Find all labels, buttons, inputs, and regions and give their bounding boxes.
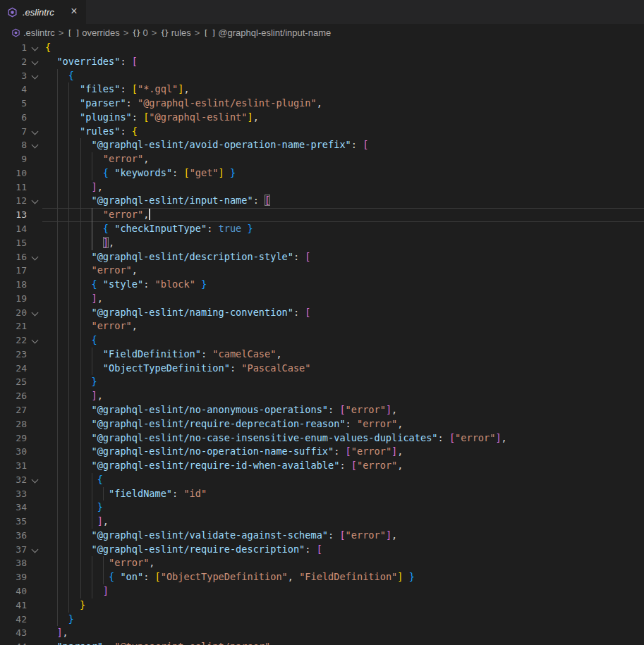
line-number[interactable]: 4 bbox=[0, 82, 27, 97]
code-line[interactable]: 43 ], bbox=[0, 626, 644, 640]
line-number[interactable]: 6 bbox=[0, 111, 27, 125]
code-line[interactable]: 42 } bbox=[0, 613, 644, 627]
code-line[interactable]: 31 "@graphql-eslint/require-id-when-avai… bbox=[0, 459, 644, 473]
line-number[interactable]: 22 bbox=[0, 333, 27, 348]
code-editor[interactable]: 1{2 "overrides": [3 {4 "files": ["*.gql"… bbox=[0, 41, 644, 645]
code-line[interactable]: 13 "error", bbox=[0, 208, 644, 222]
code-line[interactable]: 19 ], bbox=[0, 292, 644, 306]
line-number[interactable]: 35 bbox=[0, 515, 27, 529]
line-number[interactable]: 25 bbox=[0, 375, 27, 389]
breadcrumb-overrides[interactable]: [ ] overrides bbox=[67, 27, 119, 38]
line-number[interactable]: 18 bbox=[0, 278, 27, 292]
line-number[interactable]: 28 bbox=[0, 417, 27, 431]
chevron-down-icon[interactable] bbox=[32, 546, 39, 553]
chevron-down-icon[interactable] bbox=[32, 128, 39, 135]
code-line[interactable]: 16 "@graphql-eslint/description-style": … bbox=[0, 250, 644, 264]
code-line[interactable]: 33 "fieldName": "id" bbox=[0, 487, 644, 501]
line-number[interactable]: 42 bbox=[0, 613, 27, 627]
code-line[interactable]: 4 "files": ["*.gql"], bbox=[0, 82, 644, 97]
line-number[interactable]: 37 bbox=[0, 543, 27, 557]
code-line[interactable]: 6 "plugins": ["@graphql-eslint"], bbox=[0, 111, 644, 125]
line-number[interactable]: 15 bbox=[0, 236, 27, 250]
code-line[interactable]: 28 "@graphql-eslint/require-deprecation-… bbox=[0, 417, 644, 431]
line-number[interactable]: 5 bbox=[0, 97, 27, 111]
line-number[interactable]: 17 bbox=[0, 264, 27, 278]
code-line[interactable]: 34 } bbox=[0, 500, 644, 515]
line-number[interactable]: 20 bbox=[0, 306, 27, 320]
code-line[interactable]: 29 "@graphql-eslint/no-case-insensitive-… bbox=[0, 431, 644, 446]
code-line[interactable]: 10 { "keywords": ["get"] } bbox=[0, 166, 644, 180]
chevron-down-icon[interactable] bbox=[32, 197, 39, 204]
code-line[interactable]: 17 "error", bbox=[0, 264, 644, 278]
line-number[interactable]: 36 bbox=[0, 529, 27, 543]
line-number[interactable]: 7 bbox=[0, 125, 27, 139]
code-line[interactable]: 14 { "checkInputType": true } bbox=[0, 222, 644, 236]
code-line[interactable]: 24 "ObjectTypeDefinition": "PascalCase" bbox=[0, 362, 644, 376]
code-line[interactable]: 39 { "on": ["ObjectTypeDefinition", "Fie… bbox=[0, 570, 644, 584]
code-line[interactable]: 20 "@graphql-eslint/naming-convention": … bbox=[0, 306, 644, 320]
code-line[interactable]: 22 { bbox=[0, 333, 644, 348]
breadcrumb-rules[interactable]: {} rules bbox=[160, 27, 190, 38]
code-line[interactable]: 1{ bbox=[0, 41, 644, 55]
code-line[interactable]: 7 "rules": { bbox=[0, 125, 644, 139]
code-line[interactable]: 3 { bbox=[0, 69, 644, 83]
code-line[interactable]: 5 "parser": "@graphql-eslint/eslint-plug… bbox=[0, 97, 644, 111]
breadcrumb-input-name[interactable]: [ ] @graphql-eslint/input-name bbox=[203, 27, 331, 38]
code-line[interactable]: 18 { "style": "block" } bbox=[0, 278, 644, 292]
line-number[interactable]: 13 bbox=[0, 208, 27, 222]
line-number[interactable]: 8 bbox=[0, 138, 27, 152]
code-line[interactable]: 25 } bbox=[0, 375, 644, 389]
code-line[interactable]: 9 "error", bbox=[0, 152, 644, 166]
tab-eslintrc[interactable]: .eslintrc × bbox=[0, 0, 86, 24]
code-line[interactable]: 37 "@graphql-eslint/require-description"… bbox=[0, 543, 644, 557]
chevron-down-icon[interactable] bbox=[32, 72, 39, 79]
line-number[interactable]: 44 bbox=[0, 640, 27, 645]
line-number[interactable]: 24 bbox=[0, 362, 27, 376]
line-number[interactable]: 40 bbox=[0, 584, 27, 598]
code-line[interactable]: 8 "@graphql-eslint/avoid-operation-name-… bbox=[0, 138, 644, 152]
line-number[interactable]: 31 bbox=[0, 459, 27, 473]
code-line[interactable]: 12 "@graphql-eslint/input-name": [ bbox=[0, 194, 644, 208]
code-line[interactable]: 40 ] bbox=[0, 584, 644, 598]
line-number[interactable]: 33 bbox=[0, 487, 27, 501]
chevron-down-icon[interactable] bbox=[32, 337, 39, 344]
code-line[interactable]: 26 ], bbox=[0, 389, 644, 403]
line-number[interactable]: 16 bbox=[0, 250, 27, 264]
chevron-down-icon[interactable] bbox=[32, 58, 39, 65]
code-line[interactable]: 41 } bbox=[0, 598, 644, 613]
line-number[interactable]: 29 bbox=[0, 431, 27, 446]
chevron-down-icon[interactable] bbox=[32, 44, 39, 51]
chevron-down-icon[interactable] bbox=[32, 142, 39, 149]
code-line[interactable]: 30 "@graphql-eslint/no-operation-name-su… bbox=[0, 445, 644, 459]
line-number[interactable]: 41 bbox=[0, 598, 27, 613]
code-line[interactable]: 15 ], bbox=[0, 236, 644, 250]
line-number[interactable]: 11 bbox=[0, 180, 27, 195]
line-number[interactable]: 3 bbox=[0, 69, 27, 83]
breadcrumb-index-0[interactable]: {} 0 bbox=[132, 27, 147, 38]
code-line[interactable]: 23 "FieldDefinition": "camelCase", bbox=[0, 348, 644, 362]
line-number[interactable]: 12 bbox=[0, 194, 27, 208]
line-number[interactable]: 10 bbox=[0, 166, 27, 180]
line-number[interactable]: 21 bbox=[0, 319, 27, 333]
line-number[interactable]: 30 bbox=[0, 445, 27, 459]
line-number[interactable]: 32 bbox=[0, 473, 27, 487]
code-line[interactable]: 11 ], bbox=[0, 180, 644, 195]
code-line[interactable]: 44 "parser": "@typescript-eslint/parser"… bbox=[0, 640, 644, 645]
code-line[interactable]: 35 ], bbox=[0, 515, 644, 529]
line-number[interactable]: 26 bbox=[0, 389, 27, 403]
chevron-down-icon[interactable] bbox=[32, 309, 39, 316]
chevron-down-icon[interactable] bbox=[32, 476, 39, 483]
line-number[interactable]: 27 bbox=[0, 403, 27, 417]
line-number[interactable]: 43 bbox=[0, 626, 27, 640]
line-number[interactable]: 38 bbox=[0, 556, 27, 570]
line-number[interactable]: 1 bbox=[0, 41, 27, 55]
line-number[interactable]: 19 bbox=[0, 292, 27, 306]
chevron-down-icon[interactable] bbox=[32, 253, 39, 260]
line-number[interactable]: 39 bbox=[0, 570, 27, 584]
code-line[interactable]: 21 "error", bbox=[0, 319, 644, 333]
code-line[interactable]: 38 "error", bbox=[0, 556, 644, 570]
breadcrumb-file[interactable]: .eslintrc bbox=[11, 27, 55, 38]
code-line[interactable]: 2 "overrides": [ bbox=[0, 55, 644, 69]
line-number[interactable]: 34 bbox=[0, 500, 27, 515]
code-line[interactable]: 32 { bbox=[0, 473, 644, 487]
